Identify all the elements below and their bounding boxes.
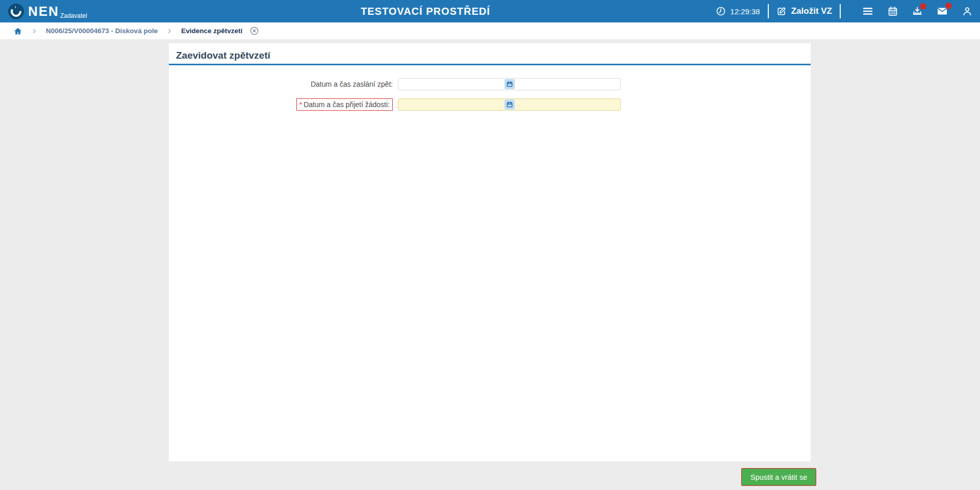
nen-logo-icon	[8, 4, 24, 19]
form-panel: Zaevidovat zpětvzetí Datum a čas zaslání…	[169, 43, 811, 461]
downloads-button[interactable]	[912, 6, 923, 17]
menu-button[interactable]	[862, 5, 874, 17]
notification-badge	[920, 3, 926, 10]
required-field-label-box: *Datum a čas přijetí žádosti:	[296, 98, 393, 111]
nen-logo[interactable]: NEN Zadavatel	[8, 0, 87, 22]
clock-time: 12:29:38	[730, 7, 760, 16]
breadcrumb-item-vz[interactable]: N006/25/V00004673 - Disková pole	[46, 27, 158, 35]
breadcrumb-item-current: Evidence zpětvzetí	[181, 27, 242, 35]
chevron-right-icon	[31, 28, 37, 34]
create-vz-label: Založit VZ	[791, 6, 832, 16]
environment-title: TESTOVACÍ PROSTŘEDÍ	[361, 0, 490, 22]
chevron-right-icon	[166, 28, 172, 34]
form-row-prijeti: *Datum a čas přijetí žádosti:	[169, 98, 621, 111]
run-and-return-button[interactable]: Spustit a vrátit se	[741, 468, 816, 486]
heading-rule	[169, 64, 811, 65]
close-icon	[249, 26, 259, 36]
topbar: NEN Zadavatel TESTOVACÍ PROSTŘEDÍ 12:29:…	[0, 0, 980, 22]
user-icon	[962, 6, 973, 17]
notification-badge	[945, 3, 952, 9]
brand-text: NEN Zadavatel	[28, 4, 87, 19]
menu-icon	[862, 5, 874, 17]
calendar-picker-button[interactable]	[505, 99, 515, 110]
calendar-icon	[887, 6, 898, 17]
close-tab-button[interactable]	[249, 26, 259, 36]
topbar-controls: 12:29:38 Založit VZ	[716, 0, 973, 22]
user-button[interactable]	[962, 6, 973, 17]
clock-icon	[716, 6, 726, 16]
calendar-picker-icon	[506, 81, 513, 88]
required-marker: *	[299, 100, 302, 109]
create-vz-button[interactable]: Založit VZ	[776, 6, 832, 16]
calendar-picker-icon	[506, 101, 513, 108]
session-clock: 12:29:38	[716, 6, 760, 16]
calendar-picker-button[interactable]	[505, 79, 515, 89]
brand-role-label: Zadavatel	[60, 12, 87, 19]
mail-button[interactable]	[936, 5, 948, 17]
topbar-divider	[768, 4, 769, 18]
edit-icon	[776, 6, 787, 16]
field-label-zaslani: Datum a čas zaslání zpět:	[311, 80, 393, 88]
breadcrumb: N006/25/V00004673 - Disková pole Evidenc…	[0, 22, 980, 39]
home-icon	[13, 27, 22, 36]
home-button[interactable]	[13, 27, 22, 36]
field-label-prijeti: Datum a čas přijetí žádosti:	[304, 100, 390, 109]
brand-name: NEN	[28, 4, 59, 19]
calendar-button[interactable]	[887, 6, 898, 17]
screen: NEN Zadavatel TESTOVACÍ PROSTŘEDÍ 12:29:…	[0, 0, 980, 490]
page-title: Zaevidovat zpětvzetí	[176, 50, 270, 61]
form-row-zaslani: Datum a čas zaslání zpět:	[169, 78, 621, 90]
topbar-divider	[840, 4, 841, 18]
